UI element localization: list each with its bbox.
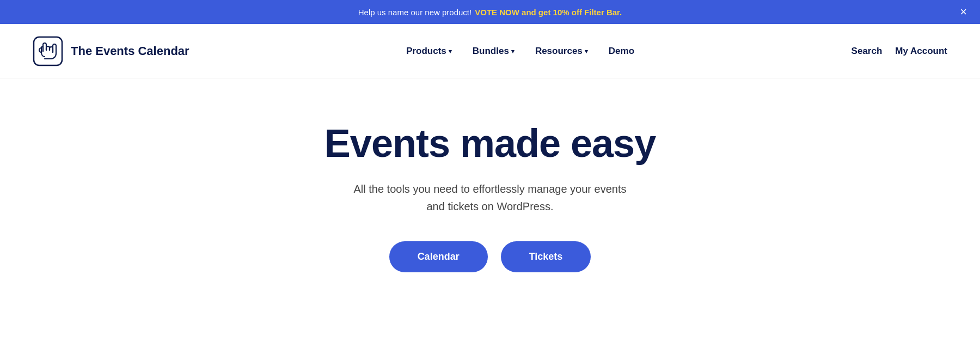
hero-subtitle: All the tools you need to effortlessly m… bbox=[348, 180, 632, 215]
primary-nav: Products ▾ Bundles ▾ Resources ▾ Demo bbox=[399, 41, 642, 61]
right-nav: Search My Account bbox=[852, 46, 947, 57]
bundles-chevron-icon: ▾ bbox=[511, 48, 514, 55]
nav-item-bundles[interactable]: Bundles ▾ bbox=[465, 41, 522, 61]
banner-text: Help us name our new product! bbox=[358, 8, 471, 17]
nav-item-products[interactable]: Products ▾ bbox=[399, 41, 460, 61]
hero-title: Events made easy bbox=[324, 122, 656, 165]
logo-icon bbox=[33, 36, 63, 66]
site-header: The Events Calendar Products ▾ Bundles ▾… bbox=[0, 24, 980, 78]
site-logo[interactable]: The Events Calendar bbox=[33, 36, 189, 66]
products-chevron-icon: ▾ bbox=[449, 48, 452, 55]
nav-item-demo[interactable]: Demo bbox=[601, 41, 642, 61]
svg-rect-0 bbox=[34, 37, 62, 65]
announcement-banner: Help us name our new product! VOTE NOW a… bbox=[0, 0, 980, 24]
tickets-button[interactable]: Tickets bbox=[501, 241, 591, 272]
search-link[interactable]: Search bbox=[852, 46, 883, 57]
calendar-button[interactable]: Calendar bbox=[389, 241, 488, 272]
nav-item-resources[interactable]: Resources ▾ bbox=[528, 41, 596, 61]
banner-cta[interactable]: VOTE NOW and get 10% off Filter Bar. bbox=[475, 8, 622, 17]
hero-buttons: Calendar Tickets bbox=[389, 241, 591, 272]
hero-section: Events made easy All the tools you need … bbox=[0, 78, 980, 316]
banner-close-button[interactable]: × bbox=[960, 6, 967, 18]
logo-text: The Events Calendar bbox=[71, 44, 189, 58]
resources-chevron-icon: ▾ bbox=[585, 48, 588, 55]
my-account-link[interactable]: My Account bbox=[895, 46, 947, 57]
